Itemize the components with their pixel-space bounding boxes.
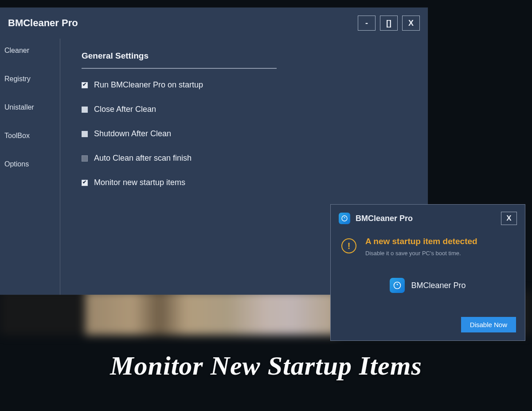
section-heading: General Settings xyxy=(82,51,277,69)
popup-body: ! A new startup item detected Disable it… xyxy=(331,230,525,293)
notification-popup: BMCleaner Pro X ! A new startup item det… xyxy=(330,204,525,341)
sidebar-item-uninstaller[interactable]: Unistaller xyxy=(0,95,60,119)
sidebar: Cleaner Registry Unistaller ToolBox Opti… xyxy=(0,39,60,295)
alert-exclamation-icon: ! xyxy=(341,238,356,253)
detected-app-icon xyxy=(390,278,405,293)
titlebar: BMCleaner Pro - [] X xyxy=(0,8,428,39)
checkbox-monitor-startup[interactable] xyxy=(82,180,88,186)
window-controls: - [] X xyxy=(358,16,420,31)
option-close-after-clean: Close After Clean xyxy=(82,105,407,114)
maximize-button[interactable]: [] xyxy=(380,16,398,31)
option-label: Auto Clean after scan finish xyxy=(94,154,192,163)
checkbox-auto-clean[interactable] xyxy=(82,155,88,162)
option-run-on-startup: Run BMCleaner Pro on startup xyxy=(82,80,407,90)
alert-subtext: Disable it o save your PC's boot time. xyxy=(365,250,477,257)
popup-close-button[interactable]: X xyxy=(501,212,517,225)
checkbox-close-after-clean[interactable] xyxy=(82,107,88,113)
option-label: Monitor new startup items xyxy=(94,178,185,187)
option-label: Run BMCleaner Pro on startup xyxy=(94,80,203,90)
option-label: Close After Clean xyxy=(94,105,156,114)
alert-row: ! A new startup item detected Disable it… xyxy=(341,237,514,257)
option-monitor-startup: Monitor new startup items xyxy=(82,178,407,187)
option-label: Shutdown After Clean xyxy=(94,129,171,138)
close-button[interactable]: X xyxy=(402,16,420,31)
app-icon xyxy=(339,213,350,224)
disable-now-button[interactable]: Disable Now xyxy=(461,317,516,332)
svg-point-1 xyxy=(394,282,401,289)
alert-heading: A new startup item detected xyxy=(365,237,477,246)
caption-text: Monitor New Startup Items xyxy=(0,351,532,381)
popup-header: BMCleaner Pro X xyxy=(331,205,525,230)
detected-item-row: BMCleaner Pro xyxy=(341,278,514,293)
popup-footer: Disable Now xyxy=(461,317,516,332)
option-auto-clean: Auto Clean after scan finish xyxy=(82,154,407,163)
sidebar-item-toolbox[interactable]: ToolBox xyxy=(0,124,60,148)
sidebar-item-options[interactable]: Options xyxy=(0,152,60,176)
detected-app-name: BMCleaner Pro xyxy=(411,281,466,290)
checkbox-run-on-startup[interactable] xyxy=(82,82,88,88)
popup-title: BMCleaner Pro xyxy=(356,214,496,223)
sidebar-item-cleaner[interactable]: Cleaner xyxy=(0,39,60,63)
option-shutdown-after-clean: Shutdown After Clean xyxy=(82,129,407,138)
minimize-button[interactable]: - xyxy=(358,16,376,31)
sidebar-item-registry[interactable]: Registry xyxy=(0,67,60,91)
checkbox-shutdown-after-clean[interactable] xyxy=(82,131,88,137)
app-title: BMCleaner Pro xyxy=(8,17,78,29)
svg-point-0 xyxy=(342,216,347,221)
